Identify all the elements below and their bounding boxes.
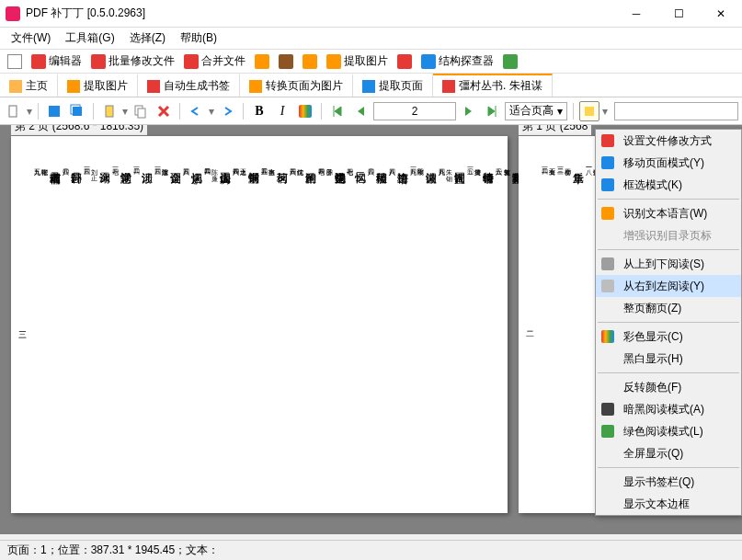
save-button[interactable] bbox=[44, 101, 64, 121]
next-page-button[interactable] bbox=[459, 101, 479, 121]
page-2: 三 虚斋前稿君词张曜祀三九九卧月轩词四〇八冰蚕词刘 正四一三绿意堂词四一七涉江词… bbox=[11, 136, 508, 513]
ocr-button[interactable] bbox=[251, 52, 273, 71]
menu-item-12[interactable]: 黑白显示(H) bbox=[596, 348, 741, 370]
menu-help[interactable]: 帮助(B) bbox=[173, 29, 224, 48]
menu-item-17[interactable]: 全屏显示(Q) bbox=[596, 442, 741, 464]
menu-item-20[interactable]: 显示文本边框 bbox=[596, 493, 741, 515]
menu-item-2[interactable]: 框选模式(K) bbox=[596, 174, 741, 196]
svg-rect-1 bbox=[49, 106, 60, 117]
menu-label: 移动页面模式(Y) bbox=[623, 155, 704, 171]
tab-icon bbox=[67, 80, 80, 93]
context-menu: 设置文件修改方式移动页面模式(Y)框选模式(K)识别文本语言(W)增强识别目录页… bbox=[595, 129, 742, 516]
tab-0[interactable]: 主页 bbox=[0, 74, 58, 97]
tab-1[interactable]: 提取图片 bbox=[58, 74, 138, 97]
menu-label: 整页翻页(Z) bbox=[623, 301, 681, 316]
insert-button[interactable] bbox=[99, 101, 120, 121]
tab-icon bbox=[147, 80, 160, 93]
extract-img-button[interactable]: 提取图片 bbox=[323, 51, 392, 71]
menu-icon bbox=[599, 423, 616, 440]
new-button[interactable] bbox=[4, 101, 24, 121]
prev-page-button[interactable] bbox=[350, 101, 371, 121]
zoom-select[interactable]: 适合页高▾ bbox=[505, 102, 567, 120]
menu-item-14[interactable]: 反转颜色(F) bbox=[596, 376, 741, 398]
menu-item-1[interactable]: 移动页面模式(Y) bbox=[596, 152, 741, 174]
document-toolbar: ▾ ▾ ▾ B I 适合页高▾ ▾ bbox=[0, 97, 742, 125]
tab-3[interactable]: 转换页面为图片 bbox=[240, 74, 353, 97]
redo-button[interactable] bbox=[217, 101, 237, 121]
menu-item-7[interactable]: 从上到下阅读(S) bbox=[596, 253, 741, 275]
menu-icon bbox=[599, 401, 616, 417]
menu-label: 从上到下阅读(S) bbox=[623, 257, 704, 272]
search-input[interactable] bbox=[614, 102, 738, 120]
color-button[interactable] bbox=[295, 101, 315, 121]
first-page-button[interactable] bbox=[327, 101, 348, 121]
maximize-button[interactable]: ☐ bbox=[657, 0, 700, 28]
tab-icon bbox=[9, 80, 22, 93]
menu-select[interactable]: 选择(Z) bbox=[122, 29, 173, 48]
tab-4[interactable]: 提取页面 bbox=[353, 74, 433, 97]
options-button[interactable] bbox=[579, 101, 599, 121]
merge-button[interactable]: 合并文件 bbox=[180, 51, 249, 71]
minimize-button[interactable]: ─ bbox=[615, 0, 657, 28]
dropdown-arrow-icon-2[interactable]: ▾ bbox=[122, 105, 128, 118]
tool-button-1[interactable] bbox=[275, 52, 297, 71]
dropdown-arrow-icon[interactable]: ▾ bbox=[27, 105, 32, 118]
menu-label: 从右到左阅读(Y) bbox=[623, 279, 704, 294]
undo-button[interactable] bbox=[186, 101, 206, 121]
menu-item-19[interactable]: 显示书签栏(Q) bbox=[596, 471, 741, 493]
page-1-label: 第 1 页 (2568 bbox=[519, 125, 591, 135]
tool-button-3[interactable] bbox=[394, 52, 416, 71]
save-all-button[interactable] bbox=[67, 101, 87, 121]
text-column: 酌雅词沈纯仁四六三 bbox=[289, 164, 317, 486]
menu-item-8[interactable]: 从右到左阅读(Y) bbox=[596, 275, 741, 297]
copy-button[interactable] bbox=[131, 101, 151, 121]
page-input[interactable] bbox=[373, 102, 456, 120]
menu-label: 绿色阅读模式(L) bbox=[623, 424, 703, 440]
menu-file[interactable]: 文件(W) bbox=[4, 29, 58, 48]
check-button[interactable] bbox=[4, 52, 26, 71]
tab-strip: 主页提取图片自动生成书签转换页面为图片提取页面彊村丛书. 朱祖谋 bbox=[0, 74, 742, 97]
menu-item-15[interactable]: 暗黑阅读模式(A) bbox=[596, 398, 741, 420]
structure-button[interactable]: 结构探查器 bbox=[417, 51, 497, 71]
menu-icon bbox=[599, 227, 616, 244]
close-button[interactable]: ✕ bbox=[700, 0, 742, 28]
last-page-button[interactable] bbox=[482, 101, 502, 121]
tab-label: 主页 bbox=[26, 78, 48, 94]
svg-rect-6 bbox=[138, 109, 145, 118]
tab-icon bbox=[442, 80, 455, 93]
menu-label: 识别文本语言(W) bbox=[623, 206, 707, 222]
menu-item-11[interactable]: 彩色显示(C) bbox=[596, 326, 741, 348]
tool-button-4[interactable] bbox=[499, 52, 521, 71]
batch-button[interactable]: 批量修改文件 bbox=[87, 51, 178, 71]
delete-button[interactable] bbox=[154, 101, 174, 121]
menu-toolbox[interactable]: 工具箱(G) bbox=[58, 29, 121, 48]
titlebar: PDF 补丁丁 [0.5.0.2963] ─ ☐ ✕ bbox=[0, 0, 742, 28]
menu-label: 设置文件修改方式 bbox=[623, 133, 712, 149]
menu-item-16[interactable]: 绿色阅读模式(L) bbox=[596, 420, 741, 442]
tab-2[interactable]: 自动生成书签 bbox=[138, 74, 240, 97]
dropdown-arrow-icon-3[interactable]: ▾ bbox=[209, 105, 214, 118]
menu-label: 全屏显示(Q) bbox=[623, 446, 683, 462]
bold-button[interactable]: B bbox=[249, 101, 269, 121]
dropdown-arrow-icon-4[interactable]: ▾ bbox=[602, 105, 608, 118]
tab-icon bbox=[362, 80, 375, 93]
text-column: 虚斋前稿君词张曜祀三九九 bbox=[33, 164, 62, 486]
zoom-label: 适合页高 bbox=[509, 103, 554, 119]
text-column: 王安石一二四 bbox=[541, 164, 556, 486]
menu-label: 框选模式(K) bbox=[623, 177, 682, 193]
app-icon bbox=[6, 6, 20, 21]
text-column: 梅边笛谱四八八 bbox=[388, 164, 409, 486]
menu-item-5: 增强识别目录页标 bbox=[596, 224, 741, 246]
menu-item-9[interactable]: 整页翻页(Z) bbox=[596, 297, 741, 319]
merge-label: 合并文件 bbox=[201, 53, 245, 69]
menu-icon bbox=[599, 496, 616, 512]
text-column: 涉江词四二一 bbox=[132, 164, 154, 486]
menu-item-4[interactable]: 识别文本语言(W) bbox=[596, 202, 741, 224]
italic-button[interactable]: I bbox=[272, 101, 292, 121]
menu-icon bbox=[599, 445, 616, 462]
menu-item-0[interactable]: 设置文件修改方式 bbox=[596, 130, 741, 152]
editor-button[interactable]: 编辑器 bbox=[28, 51, 86, 71]
tab-5[interactable]: 彊村丛书. 朱祖谋 bbox=[433, 74, 553, 97]
menu-label: 显示书签栏(Q) bbox=[623, 474, 694, 490]
tool-button-2[interactable] bbox=[299, 52, 321, 71]
